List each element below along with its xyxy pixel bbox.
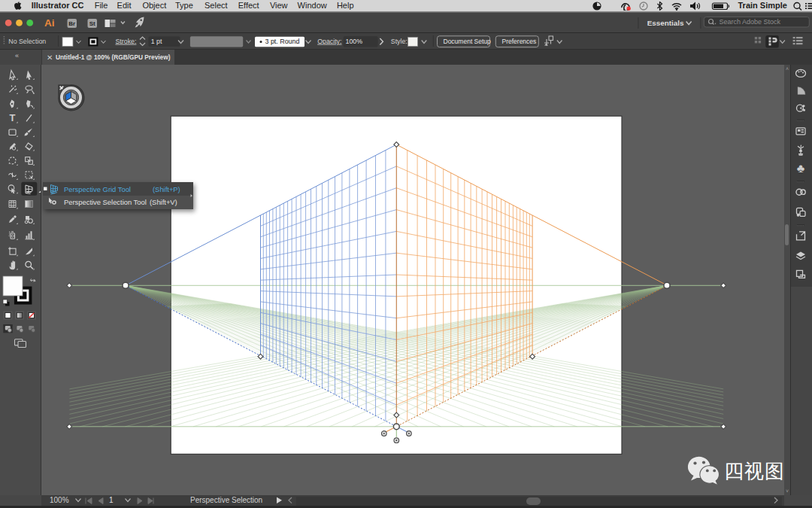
svg-text:♣: ♣ bbox=[796, 162, 804, 175]
svg-text:T: T bbox=[10, 113, 16, 124]
